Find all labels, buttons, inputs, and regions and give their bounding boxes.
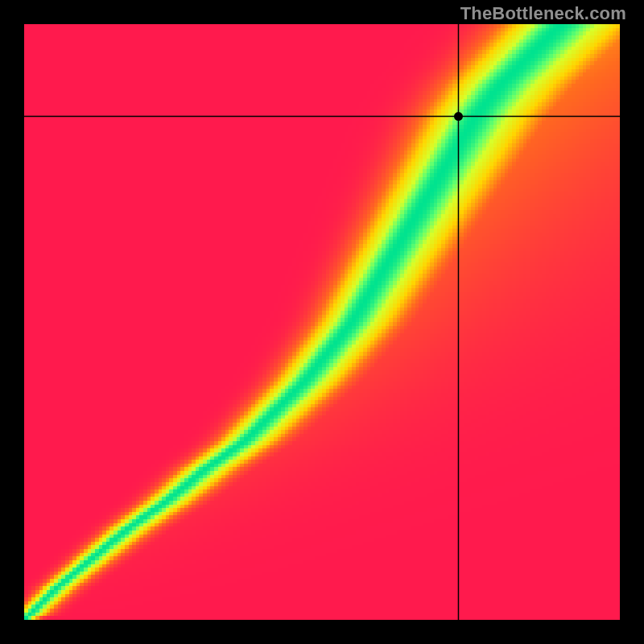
crosshair-overlay — [24, 24, 620, 620]
bottleneck-heatmap — [24, 24, 620, 620]
watermark-text: TheBottleneck.com — [460, 3, 626, 24]
